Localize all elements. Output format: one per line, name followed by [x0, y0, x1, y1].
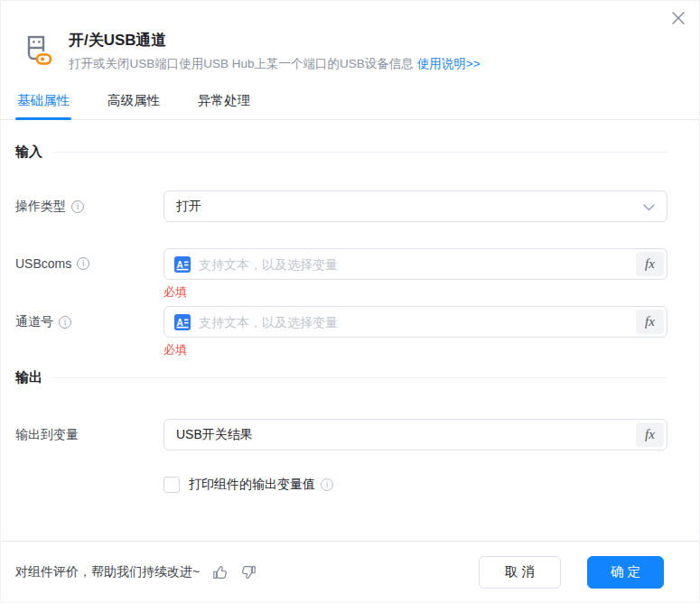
output-var-input[interactable]: [164, 420, 667, 450]
info-icon[interactable]: i: [71, 200, 84, 213]
section-divider: [53, 377, 667, 378]
tab-basic-properties[interactable]: 基础属性: [15, 88, 71, 119]
thumbs-down-icon[interactable]: [240, 564, 257, 580]
section-output: 输出: [15, 369, 667, 386]
usb-toggle-icon: [20, 33, 54, 72]
fx-button[interactable]: fx: [636, 422, 664, 447]
dialog-description: 打开或关闭USB端口使用USB Hub上某一个端口的USB设备信息: [69, 57, 414, 70]
svg-text:A: A: [177, 317, 183, 327]
chevron-down-icon: [643, 199, 655, 215]
section-input: 输入: [15, 144, 667, 161]
tab-exception-handling[interactable]: 异常处理: [196, 88, 252, 119]
cancel-button[interactable]: 取 消: [479, 556, 561, 589]
channel-required-tip: 必填: [163, 343, 667, 357]
dialog-title: 开/关USB通道: [69, 32, 481, 50]
close-icon[interactable]: [667, 6, 690, 30]
usbcoms-label: USBcoms: [15, 256, 71, 271]
output-var-label: 输出到变量: [15, 427, 79, 443]
tab-bar: 基础属性 高级属性 异常处理: [1, 88, 699, 120]
operation-type-label: 操作类型: [15, 199, 66, 215]
usbcoms-input[interactable]: [164, 249, 667, 279]
thumbs-up-icon[interactable]: [212, 564, 229, 580]
field-row-channel: 通道号 i A fx 必填: [15, 306, 667, 357]
confirm-button[interactable]: 确 定: [587, 556, 664, 589]
field-row-usbcoms: USBcoms i A fx 必填: [15, 248, 667, 299]
operation-type-select[interactable]: 打开: [163, 190, 667, 222]
dialog-footer: 对组件评价，帮助我们持续改进~ 取 消 确 定: [1, 541, 699, 602]
channel-input[interactable]: [164, 307, 667, 337]
feedback-text: 对组件评价，帮助我们持续改进~: [15, 564, 200, 580]
print-output-checkbox[interactable]: [163, 477, 180, 493]
info-icon[interactable]: i: [77, 257, 89, 270]
text-type-icon: A: [174, 314, 191, 330]
fx-button[interactable]: fx: [636, 310, 664, 334]
print-output-label: 打印组件的输出变量值: [189, 477, 315, 493]
usbcoms-required-tip: 必填: [163, 285, 667, 299]
fx-button[interactable]: fx: [636, 252, 664, 276]
dialog-header: 开/关USB通道 打开或关闭USB端口使用USB Hub上某一个端口的USB设备…: [1, 1, 699, 72]
section-output-title: 输出: [15, 369, 42, 386]
text-type-icon: A: [174, 256, 191, 273]
usage-help-link[interactable]: 使用说明>>: [417, 57, 481, 70]
info-icon[interactable]: i: [321, 478, 333, 491]
svg-text:A: A: [177, 259, 183, 269]
section-input-title: 输入: [15, 144, 42, 161]
field-row-output-var: 输出到变量 fx: [15, 419, 667, 450]
channel-label: 通道号: [15, 314, 53, 330]
operation-type-value: 打开: [164, 199, 201, 215]
print-output-row: 打印组件的输出变量值 i: [163, 477, 667, 493]
tab-advanced-properties[interactable]: 高级属性: [106, 88, 162, 119]
field-row-operation-type: 操作类型 i 打开: [15, 190, 667, 222]
section-divider: [53, 152, 667, 153]
info-icon[interactable]: i: [59, 316, 71, 329]
usb-channel-dialog: 开/关USB通道 打开或关闭USB端口使用USB Hub上某一个端口的USB设备…: [0, 0, 700, 603]
